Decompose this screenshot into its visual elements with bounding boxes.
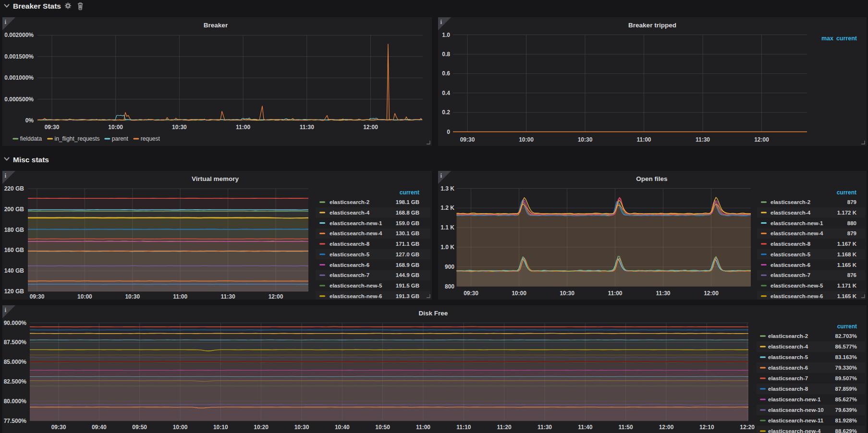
svg-text:140 GB: 140 GB: [4, 267, 24, 274]
svg-text:elasticsearch-8: elasticsearch-8: [768, 386, 808, 392]
svg-text:168.9 GB: 168.9 GB: [396, 262, 419, 268]
svg-text:1.0 K: 1.0 K: [440, 244, 454, 251]
svg-text:800: 800: [445, 283, 454, 290]
svg-text:elasticsearch-2: elasticsearch-2: [770, 199, 810, 205]
svg-text:10:30: 10:30: [294, 424, 309, 431]
svg-text:0.001500%: 0.001500%: [4, 53, 34, 60]
svg-text:1.172 K: 1.172 K: [837, 210, 857, 216]
svg-text:880: 880: [847, 220, 856, 226]
svg-text:elasticsearch-new-4: elasticsearch-new-4: [770, 230, 823, 236]
svg-text:elasticsearch-8: elasticsearch-8: [770, 241, 811, 247]
svg-text:180 GB: 180 GB: [4, 227, 24, 233]
svg-text:1.165 K: 1.165 K: [837, 262, 857, 268]
svg-text:191.5 GB: 191.5 GB: [396, 283, 419, 289]
svg-text:879: 879: [847, 230, 856, 236]
svg-text:0%: 0%: [25, 117, 34, 124]
svg-text:10:00: 10:00: [77, 293, 92, 300]
svg-text:09:40: 09:40: [92, 424, 107, 431]
svg-text:elasticsearch-2: elasticsearch-2: [330, 199, 369, 205]
svg-text:elasticsearch-7: elasticsearch-7: [768, 375, 808, 381]
svg-text:current: current: [400, 189, 419, 196]
svg-text:900: 900: [445, 264, 454, 270]
svg-text:120 GB: 120 GB: [4, 288, 24, 295]
svg-text:198.1 GB: 198.1 GB: [396, 199, 419, 205]
svg-text:80.000%: 80.000%: [4, 398, 27, 405]
svg-text:10:00: 10:00: [519, 136, 534, 143]
svg-text:12:00: 12:00: [269, 293, 283, 300]
svg-text:11:30: 11:30: [696, 136, 710, 143]
svg-text:1.0: 1.0: [442, 32, 450, 38]
svg-text:11:00: 11:00: [416, 424, 430, 431]
svg-text:09:50: 09:50: [132, 424, 147, 431]
svg-text:09:30: 09:30: [30, 293, 45, 300]
svg-text:10:20: 10:20: [254, 424, 269, 431]
svg-text:10:50: 10:50: [375, 424, 390, 431]
svg-text:0: 0: [447, 129, 450, 135]
svg-text:elasticsearch-new-5: elasticsearch-new-5: [770, 283, 823, 289]
svg-text:elasticsearch-5: elasticsearch-5: [330, 252, 370, 257]
svg-text:request: request: [141, 135, 160, 142]
svg-text:83.163%: 83.163%: [835, 354, 857, 360]
svg-text:elasticsearch-2: elasticsearch-2: [768, 333, 808, 339]
svg-text:11:30: 11:30: [221, 293, 235, 300]
svg-text:10:40: 10:40: [335, 424, 350, 431]
svg-text:10:00: 10:00: [108, 124, 123, 131]
svg-text:i: i: [5, 306, 7, 313]
svg-text:10:30: 10:30: [125, 293, 140, 300]
svg-text:81.928%: 81.928%: [835, 418, 857, 423]
svg-text:elasticsearch-new-10: elasticsearch-new-10: [768, 407, 824, 413]
svg-text:220 GB: 220 GB: [4, 185, 24, 192]
svg-text:elasticsearch-new-4: elasticsearch-new-4: [768, 428, 821, 433]
svg-text:171.1 GB: 171.1 GB: [396, 241, 419, 247]
svg-text:1.165 K: 1.165 K: [837, 293, 857, 299]
svg-text:0.2: 0.2: [442, 109, 450, 116]
svg-text:191.3 GB: 191.3 GB: [396, 293, 419, 299]
svg-text:12:00: 12:00: [363, 124, 378, 131]
svg-text:Breaker: Breaker: [204, 22, 228, 29]
svg-text:10:30: 10:30: [560, 290, 575, 297]
svg-text:89.507%: 89.507%: [835, 375, 857, 381]
svg-text:11:00: 11:00: [173, 293, 187, 300]
svg-text:0.002000%: 0.002000%: [4, 32, 34, 38]
svg-text:0.8: 0.8: [442, 51, 450, 58]
svg-text:i: i: [5, 18, 7, 25]
svg-text:0.001000%: 0.001000%: [4, 74, 34, 81]
svg-text:in_flight_requests: in_flight_requests: [55, 135, 100, 142]
svg-text:10:00: 10:00: [512, 290, 526, 297]
svg-text:88.629%: 88.629%: [835, 428, 857, 433]
svg-text:11:00: 11:00: [636, 136, 651, 143]
svg-text:current: current: [837, 323, 857, 330]
svg-text:87.859%: 87.859%: [835, 386, 857, 392]
svg-text:85.000%: 85.000%: [4, 359, 27, 365]
svg-text:1.168 K: 1.168 K: [837, 252, 857, 257]
svg-text:10:00: 10:00: [173, 424, 188, 431]
svg-text:12:00: 12:00: [704, 290, 719, 297]
svg-text:09:30: 09:30: [460, 136, 475, 143]
svg-text:11:30: 11:30: [300, 124, 314, 131]
svg-text:09:30: 09:30: [51, 424, 66, 431]
svg-text:11:40: 11:40: [578, 424, 592, 431]
svg-text:1.171 K: 1.171 K: [837, 283, 857, 289]
svg-text:11:00: 11:00: [236, 124, 250, 131]
svg-text:elasticsearch-new-4: elasticsearch-new-4: [330, 230, 382, 236]
svg-text:11:30: 11:30: [538, 424, 552, 431]
svg-text:160 GB: 160 GB: [4, 247, 24, 253]
svg-text:79.639%: 79.639%: [835, 407, 857, 413]
svg-text:127.0 GB: 127.0 GB: [396, 252, 419, 257]
svg-text:1.2 K: 1.2 K: [440, 204, 454, 211]
svg-text:elasticsearch-6: elasticsearch-6: [330, 262, 369, 268]
svg-text:12:00: 12:00: [754, 136, 769, 143]
svg-text:90.000%: 90.000%: [4, 320, 27, 326]
svg-text:current: current: [837, 189, 856, 196]
svg-text:12:20: 12:20: [740, 424, 755, 431]
svg-text:0.000500%: 0.000500%: [4, 96, 34, 103]
svg-text:144.9 GB: 144.9 GB: [396, 272, 419, 278]
svg-text:i: i: [440, 18, 442, 25]
svg-text:11:20: 11:20: [497, 424, 512, 431]
svg-text:current: current: [836, 35, 857, 42]
svg-text:Breaker Stats: Breaker Stats: [13, 2, 61, 10]
svg-text:10:30: 10:30: [172, 124, 187, 131]
svg-text:elasticsearch-7: elasticsearch-7: [770, 272, 810, 278]
svg-text:elasticsearch-4: elasticsearch-4: [770, 210, 811, 216]
svg-text:1.3 K: 1.3 K: [440, 185, 454, 192]
